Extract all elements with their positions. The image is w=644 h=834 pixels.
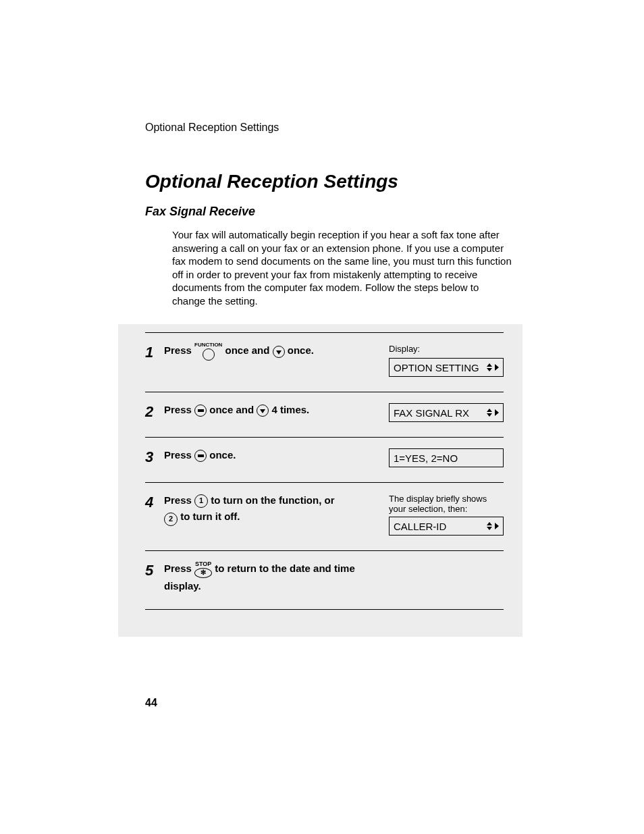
page-number: 44: [145, 697, 157, 709]
lcd-text: FAX SIGNAL RX: [394, 407, 469, 419]
text: to turn on the function, or: [211, 494, 334, 506]
step-row: 5 Press STOP ✻ to return to the date and…: [145, 550, 504, 609]
lcd-arrows-icon: [487, 409, 499, 417]
text: Press: [164, 404, 192, 415]
steps-list: 1 Press FUNCTION once and once. Display:…: [145, 332, 504, 610]
step-display: FAX SIGNAL RX: [389, 402, 504, 422]
steps-panel: 1 Press FUNCTION once and once. Display:…: [118, 324, 522, 637]
text: once.: [209, 449, 236, 461]
step-display: Display: OPTION SETTING: [389, 342, 504, 377]
lcd-text: OPTION SETTING: [394, 362, 479, 373]
function-label: FUNCTION: [194, 342, 222, 348]
intro-paragraph: Your fax will automatically begin recept…: [172, 228, 512, 307]
step-instruction: Press once.: [164, 447, 389, 467]
right-key-icon: [194, 450, 207, 462]
step-row: 2 Press once and 4 times. FAX SIGNAL RX: [145, 392, 504, 437]
display-label: Display:: [389, 344, 504, 354]
step-number: 5: [145, 561, 164, 594]
text: 4 times.: [271, 404, 309, 415]
right-key-icon: [194, 405, 207, 417]
lcd-arrows-icon: [487, 363, 499, 371]
step-instruction: Press FUNCTION once and once.: [164, 342, 389, 377]
step-number: 3: [145, 447, 164, 467]
text: once and: [209, 404, 257, 415]
step-row: 4 Press 1 to turn on the function, or 2 …: [145, 482, 504, 550]
lcd-display: FAX SIGNAL RX: [389, 403, 504, 422]
lcd-display: OPTION SETTING: [389, 358, 504, 377]
function-key-icon: FUNCTION: [194, 342, 222, 361]
step-instruction: Press STOP ✻ to return to the date and t…: [164, 561, 389, 594]
text: Press: [164, 563, 192, 574]
text: Press: [164, 494, 192, 506]
stop-key-icon: STOP ✻: [194, 561, 212, 578]
display-note: The display briefly shows your selection…: [389, 494, 504, 514]
text: once and: [225, 344, 273, 356]
running-header: Optional Reception Settings: [145, 122, 512, 134]
lcd-display: 1=YES, 2=NO: [389, 448, 504, 467]
section-title: Fax Signal Receive: [145, 205, 512, 219]
step-display: 1=YES, 2=NO: [389, 447, 504, 467]
step-instruction: Press once and 4 times.: [164, 402, 389, 422]
page: Optional Reception Settings Optional Rec…: [0, 0, 644, 834]
step-number: 1: [145, 342, 164, 377]
step-row: 1 Press FUNCTION once and once. Display:…: [145, 333, 504, 392]
text: Press: [164, 344, 192, 356]
number-2-key-icon: 2: [164, 513, 178, 526]
step-number: 4: [145, 492, 164, 536]
down-arrow-key-icon: [273, 346, 285, 358]
step-display: [389, 561, 504, 594]
text: once.: [288, 344, 314, 356]
lcd-arrows-icon: [487, 522, 499, 530]
page-title: Optional Reception Settings: [145, 171, 512, 192]
text: to return to the date and time display.: [164, 563, 355, 592]
down-arrow-key-icon: [257, 405, 269, 417]
text: to turn it off.: [180, 511, 240, 522]
step-instruction: Press 1 to turn on the function, or 2 to…: [164, 492, 389, 536]
lcd-text: 1=YES, 2=NO: [394, 452, 458, 464]
lcd-display: CALLER-ID: [389, 517, 504, 536]
step-row: 3 Press once. 1=YES, 2=NO: [145, 437, 504, 482]
oval-icon: ✻: [194, 568, 212, 578]
step-number: 2: [145, 402, 164, 422]
stop-label: STOP: [195, 561, 211, 567]
text: Press: [164, 449, 192, 461]
step-display: The display briefly shows your selection…: [389, 492, 504, 536]
number-1-key-icon: 1: [194, 494, 208, 508]
circle-icon: [203, 348, 215, 361]
lcd-text: CALLER-ID: [394, 521, 446, 532]
